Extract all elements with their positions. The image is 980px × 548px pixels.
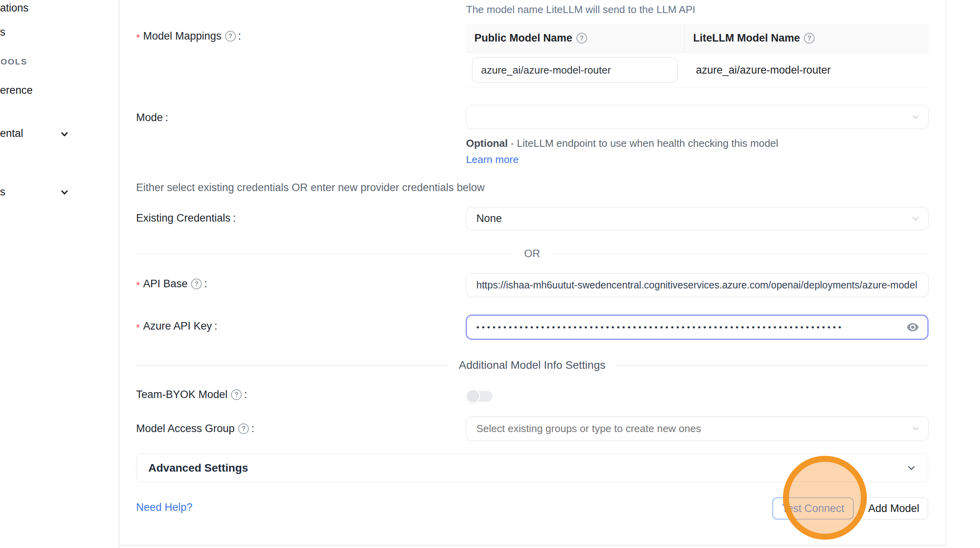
advanced-settings-title: Advanced Settings <box>148 462 248 474</box>
model-mappings-label: * Model Mappings ? : <box>136 30 241 42</box>
health-check-note: Optional - LiteLLM endpoint to use when … <box>466 135 789 168</box>
add-model-page: ations s TOOLS erence ental s The model … <box>0 0 980 548</box>
sidebar-divider <box>119 0 119 548</box>
litellm-model-name-header: LiteLLM Model Name ? <box>684 24 929 53</box>
help-icon[interactable]: ? <box>191 279 202 289</box>
need-help-link[interactable]: Need Help? <box>136 501 193 514</box>
team-byok-label: Team-BYOK Model ? : <box>136 389 247 401</box>
help-icon[interactable]: ? <box>576 33 587 44</box>
test-connect-button[interactable]: Test Connect <box>772 497 854 520</box>
help-icon[interactable]: ? <box>238 423 249 434</box>
sidebar: ations s TOOLS erence ental s <box>0 0 119 548</box>
chevron-down-icon <box>911 424 920 433</box>
or-divider: OR <box>136 248 928 260</box>
chevron-down-icon <box>911 214 920 224</box>
public-model-name-input[interactable] <box>472 57 678 83</box>
additional-info-divider: Additional Model Info Settings <box>136 359 928 372</box>
card-right-border <box>946 0 946 545</box>
model-access-group-input[interactable] <box>476 423 896 435</box>
help-icon[interactable]: ? <box>804 33 815 44</box>
sidebar-item-fragment[interactable]: s <box>0 26 6 38</box>
sidebar-item-label: ental <box>0 127 23 139</box>
public-model-name-header: Public Model Name ? <box>466 24 684 53</box>
chevron-down-icon <box>906 463 917 473</box>
learn-more-link[interactable]: Learn more <box>466 154 519 165</box>
sidebar-item-label: s <box>0 186 6 198</box>
sidebar-item-fragment[interactable]: s <box>0 186 6 198</box>
mode-select[interactable] <box>466 105 929 129</box>
existing-credentials-value: None <box>476 212 502 225</box>
model-mappings-table: Public Model Name ? LiteLLM Model Name ?… <box>466 24 929 87</box>
required-asterisk: * <box>136 280 140 291</box>
masked-api-key-value: ••••••••••••••••••••••••••••••••••••••••… <box>476 322 888 332</box>
sidebar-section-tools: TOOLS <box>0 57 27 66</box>
model-access-group-select[interactable] <box>466 416 929 441</box>
model-access-group-label: Model Access Group ? : <box>136 423 254 435</box>
required-asterisk: * <box>136 32 140 44</box>
required-asterisk: * <box>136 322 140 334</box>
api-base-label: * API Base ? : <box>136 278 207 290</box>
sidebar-item-label: ations <box>0 2 28 14</box>
model-name-helper-text: The model name LiteLLM will send to the … <box>466 4 696 16</box>
chevron-down-icon <box>911 112 920 122</box>
team-byok-toggle[interactable] <box>467 391 493 402</box>
api-base-value: https://ishaa-mh6uutut-swedencentral.cog… <box>476 279 918 291</box>
chevron-down-icon <box>59 187 70 197</box>
azure-api-key-input[interactable]: ••••••••••••••••••••••••••••••••••••••••… <box>466 315 929 340</box>
sidebar-item-label: s <box>0 26 6 38</box>
existing-credentials-select[interactable]: None <box>466 207 929 230</box>
model-mappings-header-row: Public Model Name ? LiteLLM Model Name ? <box>466 24 929 53</box>
help-icon[interactable]: ? <box>225 31 236 42</box>
sidebar-item-fragment[interactable]: ations <box>0 2 28 14</box>
card-bottom-border <box>119 545 946 546</box>
credentials-note: Either select existing credentials OR en… <box>136 182 485 194</box>
existing-credentials-label: Existing Credentials : <box>136 212 236 224</box>
chevron-down-icon <box>59 129 70 139</box>
litellm-model-name-value: azure_ai/azure-model-router <box>678 64 831 76</box>
sidebar-item-fragment[interactable]: erence <box>0 84 33 97</box>
api-base-input[interactable]: https://ishaa-mh6uutut-swedencentral.cog… <box>466 273 929 297</box>
mode-label: Mode : <box>136 112 168 124</box>
add-model-button[interactable]: Add Model <box>859 497 928 520</box>
advanced-settings-panel[interactable]: Advanced Settings <box>136 454 928 482</box>
azure-api-key-label: * Azure API Key : <box>136 320 217 332</box>
sidebar-section-label: TOOLS <box>0 57 27 66</box>
sidebar-item-fragment[interactable]: ental <box>0 127 23 140</box>
toggle-knob <box>466 389 480 404</box>
model-mappings-row: azure_ai/azure-model-router <box>466 53 929 87</box>
help-icon[interactable]: ? <box>231 389 242 400</box>
sidebar-item-label: erence <box>0 84 33 96</box>
eye-icon[interactable] <box>906 320 919 334</box>
